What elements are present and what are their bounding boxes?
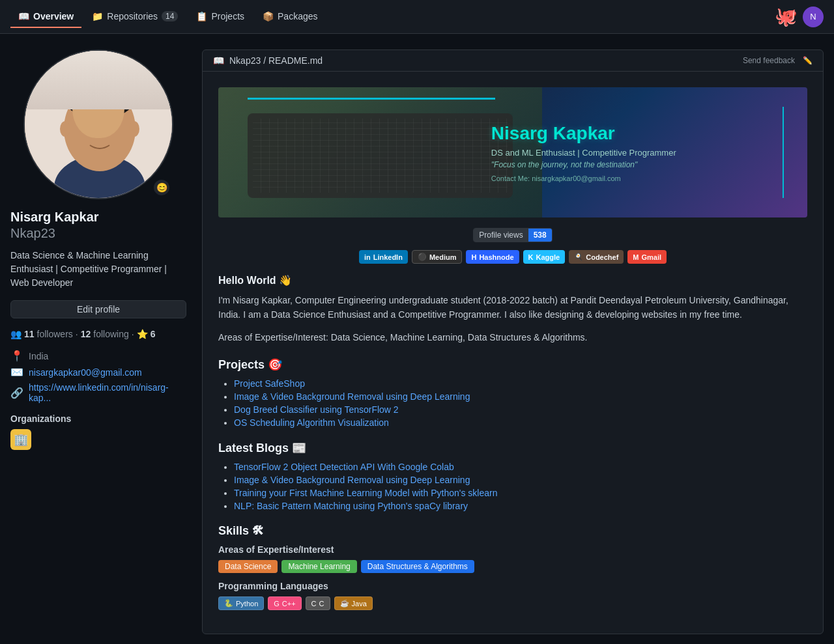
expertise-area-label: Areas of Expertise/Interest xyxy=(218,544,807,555)
lang-badge-c: C C xyxy=(306,596,330,610)
banner-contact: Contact Me: nisargkapkar00@gmail.com xyxy=(491,175,770,182)
edit-readme-icon[interactable]: ✏️ xyxy=(803,56,812,65)
project-link-2[interactable]: Image & Video Background Removal using D… xyxy=(234,391,470,402)
project-link-3[interactable]: Dog Breed Classifier using TensorFlow 2 xyxy=(234,404,399,415)
profile-views-label: Profile views xyxy=(474,229,528,242)
stats-row: 👥 11 followers · 12 following · ⭐ 6 xyxy=(10,329,186,339)
star-icon: ⭐ xyxy=(137,329,148,339)
expertise-paragraph: Areas of Expertise/Interest: Data Scienc… xyxy=(218,330,807,344)
avatar-ring xyxy=(23,49,173,199)
following-link[interactable]: 12 xyxy=(81,329,91,339)
blog-link-4[interactable]: NLP: Basic Pattern Matching using Python… xyxy=(234,501,468,511)
package-icon: 📦 xyxy=(263,11,274,21)
nav-right: 🐙 N xyxy=(775,6,824,27)
main-layout: 😊 Nisarg Kapkar Nkap23 Data Science & Ma… xyxy=(0,34,834,644)
repo-count-badge: 14 xyxy=(162,11,178,21)
linkedin-item: 🔗 https://www.linkedin.com/in/nisarg-kap… xyxy=(10,382,186,403)
main-content: 📖 Nkap23 / README.md Send feedback ✏️ Ni… xyxy=(202,49,824,634)
edit-profile-button[interactable]: Edit profile xyxy=(10,300,186,318)
kaggle-badge[interactable]: K Kaggle xyxy=(523,250,566,264)
tab-projects[interactable]: 📋 Projects xyxy=(188,6,252,28)
medium-badge[interactable]: ⚫ Medium xyxy=(412,250,463,264)
tab-overview[interactable]: 📖 Overview xyxy=(10,6,81,28)
org-avatar[interactable]: 🏢 xyxy=(10,429,31,450)
tab-repositories[interactable]: 📁 Repositories 14 xyxy=(84,6,186,28)
linkedin-icon: in xyxy=(364,253,371,261)
user-handle: Nkap23 xyxy=(10,226,186,241)
projects-heading: Projects 🎯 xyxy=(218,357,807,372)
organizations-heading: Organizations xyxy=(10,413,186,424)
location-item: 📍 India xyxy=(10,350,186,362)
svg-rect-6 xyxy=(64,90,136,106)
banner-subtitle: DS and ML Enthusiast | Competitive Progr… xyxy=(491,148,770,158)
gmail-icon: M xyxy=(633,253,639,261)
skills-heading: Skills 🛠 xyxy=(218,524,807,538)
hello-heading: Hello World 👋 xyxy=(218,274,807,287)
skill-badge-ml: Machine Learning xyxy=(281,560,356,573)
email-link[interactable]: nisargkapkar00@gmail.com xyxy=(29,367,142,378)
stars-link[interactable]: 6 xyxy=(151,329,156,339)
readme-header-left: 📖 Nkap23 / README.md xyxy=(213,55,323,66)
svg-point-12 xyxy=(60,121,70,137)
svg-point-13 xyxy=(129,121,139,137)
c-icon: C xyxy=(311,600,317,608)
linkedin-badge[interactable]: in LinkedIn xyxy=(359,250,408,264)
readme-card: 📖 Nkap23 / README.md Send feedback ✏️ Ni… xyxy=(202,49,824,634)
svg-point-5 xyxy=(64,74,136,119)
readme-actions: Send feedback ✏️ xyxy=(743,56,812,65)
lang-badges: 🐍 Python G C++ C C ☕ Java xyxy=(218,596,807,610)
blogs-list: TensorFlow 2 Object Detection API With G… xyxy=(218,462,807,511)
codechef-badge[interactable]: 🍳 Codechef xyxy=(569,250,624,264)
projects-icon: 📋 xyxy=(196,11,207,21)
banner-right-content: Nisarg Kapkar DS and ML Enthusiast | Com… xyxy=(483,87,778,217)
svg-point-4 xyxy=(64,87,136,171)
people-icon: 👥 xyxy=(10,329,22,339)
send-feedback-link[interactable]: Send feedback xyxy=(743,56,795,65)
gmail-badge[interactable]: M Gmail xyxy=(627,250,667,264)
list-item: Image & Video Background Removal using D… xyxy=(234,475,807,485)
list-item: TensorFlow 2 Object Detection API With G… xyxy=(234,462,807,472)
project-link-1[interactable]: Project SafeShop xyxy=(234,378,305,389)
python-icon: 🐍 xyxy=(224,599,233,608)
user-avatar-nav[interactable]: N xyxy=(803,7,824,27)
octocat-icon: 🐙 xyxy=(775,6,798,27)
svg-point-7 xyxy=(82,122,91,130)
banner-title: Nisarg Kapkar xyxy=(491,123,770,144)
avatar-svg xyxy=(25,51,172,198)
list-item: Training your First Machine Learning Mod… xyxy=(234,488,807,498)
linkedin-link[interactable]: https://www.linkedin.com/in/nisarg-kap..… xyxy=(29,382,186,403)
blogs-heading: Latest Blogs 📰 xyxy=(218,441,807,455)
blog-link-2[interactable]: Image & Video Background Removal using D… xyxy=(234,475,470,485)
social-badges: in LinkedIn ⚫ Medium H Hashnode K Kaggle xyxy=(218,250,807,264)
projects-list: Project SafeShop Image & Video Backgroun… xyxy=(218,378,807,428)
email-icon: ✉️ xyxy=(10,366,23,378)
blog-link-3[interactable]: Training your First Machine Learning Mod… xyxy=(234,488,497,498)
skill-badge-ds-algo: Data Structures & Algorithms xyxy=(361,560,474,573)
user-display-name: Nisarg Kapkar xyxy=(10,210,186,225)
meta-list: 📍 India ✉️ nisargkapkar00@gmail.com 🔗 ht… xyxy=(10,350,186,403)
lang-badge-cpp: G C++ xyxy=(268,596,301,610)
profile-banner: Nisarg Kapkar DS and ML Enthusiast | Com… xyxy=(218,87,807,217)
hashnode-badge[interactable]: H Hashnode xyxy=(466,250,519,264)
tab-packages[interactable]: 📦 Packages xyxy=(255,6,325,28)
followers-link[interactable]: 11 xyxy=(24,329,35,339)
project-link-4[interactable]: OS Scheduling Algorithm Visualization xyxy=(234,417,389,428)
readme-body: Nisarg Kapkar DS and ML Enthusiast | Com… xyxy=(203,72,823,634)
banner-vertical-line xyxy=(783,107,784,198)
readme-header: 📖 Nkap23 / README.md Send feedback ✏️ xyxy=(203,50,823,72)
blog-link-1[interactable]: TensorFlow 2 Object Detection API With G… xyxy=(234,462,454,472)
profile-views-badge: Profile views 538 xyxy=(473,228,552,242)
programming-languages-label: Programming Languages xyxy=(218,581,807,591)
svg-rect-10 xyxy=(106,119,119,121)
top-navigation: 📖 Overview 📁 Repositories 14 📋 Projects … xyxy=(0,0,834,34)
list-item: OS Scheduling Algorithm Visualization xyxy=(234,417,807,428)
svg-point-8 xyxy=(108,122,117,130)
email-item: ✉️ nisargkapkar00@gmail.com xyxy=(10,366,186,378)
java-icon: ☕ xyxy=(340,599,349,608)
user-bio: Data Science & Machine Learning Enthusia… xyxy=(10,249,186,290)
svg-point-11 xyxy=(96,133,103,138)
kaggle-icon: K xyxy=(528,253,534,261)
list-item: Project SafeShop xyxy=(234,378,807,389)
lang-badge-python: 🐍 Python xyxy=(218,596,264,610)
skill-badges: Data Science Machine Learning Data Struc… xyxy=(218,560,807,573)
